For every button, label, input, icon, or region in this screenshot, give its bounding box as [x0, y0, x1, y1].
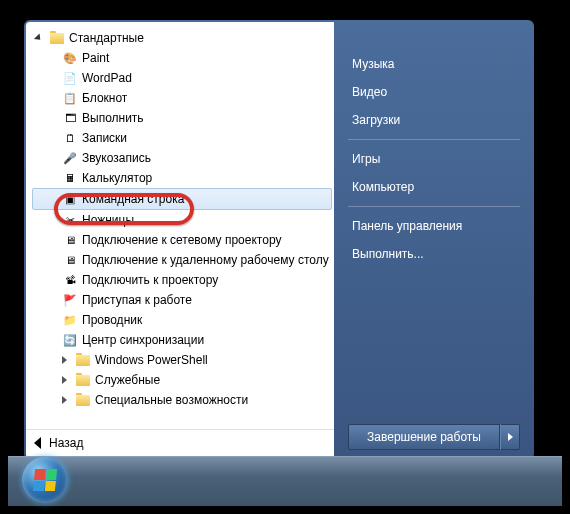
program-label: Подключение к удаленному рабочему столу	[82, 253, 329, 267]
program-label: Звукозапись	[82, 151, 151, 165]
expand-icon	[36, 34, 45, 43]
program-icon: 🚩	[62, 292, 78, 308]
program-label: Записки	[82, 131, 127, 145]
program-label: WordPad	[82, 71, 132, 85]
program-icon: 📁	[62, 312, 78, 328]
separator	[348, 206, 520, 207]
places-pane: МузыкаВидеоЗагрузки ИгрыКомпьютер Панель…	[334, 22, 532, 458]
program-icon: 🖥	[62, 252, 78, 268]
shutdown-options-button[interactable]	[500, 424, 520, 450]
program-label: Ножницы	[82, 213, 134, 227]
taskbar[interactable]	[8, 456, 562, 506]
places-link[interactable]: Игры	[348, 145, 520, 173]
folder-icon	[75, 392, 91, 408]
program-item[interactable]: 📁Проводник	[32, 310, 332, 330]
program-icon: 🗔	[62, 110, 78, 126]
program-item[interactable]: ✂Ножницы	[32, 210, 332, 230]
program-label: Подключить к проектору	[82, 273, 218, 287]
program-icon: ✂	[62, 212, 78, 228]
program-icon: 🖥	[62, 232, 78, 248]
program-label: Подключение к сетевому проектору	[82, 233, 281, 247]
program-item[interactable]: 📋Блокнот	[32, 88, 332, 108]
start-button[interactable]	[22, 457, 68, 503]
places-link[interactable]: Музыка	[348, 50, 520, 78]
shutdown-group: Завершение работы	[348, 424, 520, 450]
programs-pane: Стандартные 🎨Paint📄WordPad📋Блокнот🗔Выпол…	[26, 22, 334, 458]
folder-icon	[75, 372, 91, 388]
program-item[interactable]: 🎨Paint	[32, 48, 332, 68]
expand-icon	[62, 356, 71, 365]
program-item[interactable]: 🖥Подключение к удаленному рабочему столу	[32, 250, 332, 270]
places-link[interactable]: Панель управления	[348, 212, 520, 240]
program-icon: 📄	[62, 70, 78, 86]
program-label: Приступая к работе	[82, 293, 192, 307]
shutdown-button[interactable]: Завершение работы	[348, 424, 500, 450]
places-link[interactable]: Видео	[348, 78, 520, 106]
program-item[interactable]: ▣Командная строка	[32, 188, 332, 210]
program-label: Командная строка	[82, 192, 184, 206]
program-item[interactable]: 🗔Выполнить	[32, 108, 332, 128]
program-label: Проводник	[82, 313, 142, 327]
program-label: Блокнот	[82, 91, 127, 105]
places-link[interactable]: Компьютер	[348, 173, 520, 201]
folder-label: Специальные возможности	[95, 393, 248, 407]
back-arrow-icon	[34, 437, 41, 449]
program-label: Выполнить	[82, 111, 144, 125]
program-item[interactable]: 🚩Приступая к работе	[32, 290, 332, 310]
program-label: Paint	[82, 51, 109, 65]
program-icon: 🖩	[62, 170, 78, 186]
program-icon: 📋	[62, 90, 78, 106]
folder-label: Служебные	[95, 373, 160, 387]
program-icon: 🎤	[62, 150, 78, 166]
program-label: Центр синхронизации	[82, 333, 204, 347]
program-label: Калькулятор	[82, 171, 152, 185]
programs-tree: Стандартные 🎨Paint📄WordPad📋Блокнот🗔Выпол…	[26, 22, 334, 429]
program-icon: 🔄	[62, 332, 78, 348]
program-item[interactable]: 📄WordPad	[32, 68, 332, 88]
places-link[interactable]: Выполнить...	[348, 240, 520, 268]
subfolder-item[interactable]: Служебные	[32, 370, 332, 390]
expand-icon	[62, 376, 71, 385]
program-item[interactable]: 🔄Центр синхронизации	[32, 330, 332, 350]
back-button[interactable]: Назад	[26, 429, 334, 458]
folder-icon	[75, 352, 91, 368]
places-link[interactable]: Загрузки	[348, 106, 520, 134]
folder-label: Windows PowerShell	[95, 353, 208, 367]
subfolder-item[interactable]: Windows PowerShell	[32, 350, 332, 370]
windows-logo-icon	[33, 469, 57, 491]
program-item[interactable]: 🖩Калькулятор	[32, 168, 332, 188]
program-icon: ▣	[62, 191, 78, 207]
back-label: Назад	[49, 436, 83, 450]
program-icon: 📽	[62, 272, 78, 288]
folder-accessories[interactable]: Стандартные	[32, 28, 332, 48]
subfolder-item[interactable]: Специальные возможности	[32, 390, 332, 410]
folder-label: Стандартные	[69, 31, 144, 45]
program-item[interactable]: 🗒Записки	[32, 128, 332, 148]
expand-icon	[62, 396, 71, 405]
separator	[348, 139, 520, 140]
start-menu: Стандартные 🎨Paint📄WordPad📋Блокнот🗔Выпол…	[24, 20, 534, 460]
program-icon: 🗒	[62, 130, 78, 146]
program-icon: 🎨	[62, 50, 78, 66]
program-item[interactable]: 🎤Звукозапись	[32, 148, 332, 168]
program-item[interactable]: 📽Подключить к проектору	[32, 270, 332, 290]
program-item[interactable]: 🖥Подключение к сетевому проектору	[32, 230, 332, 250]
folder-icon	[49, 30, 65, 46]
